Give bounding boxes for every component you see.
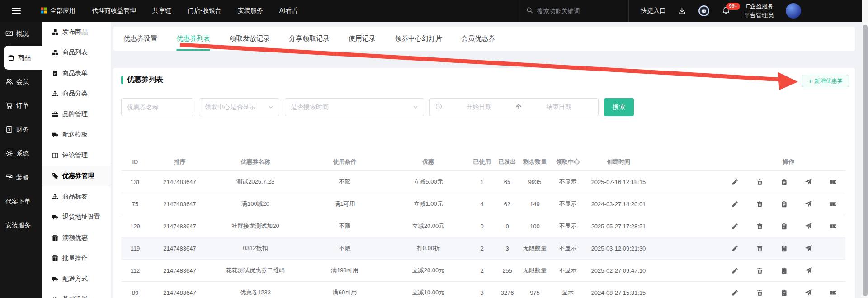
submenu-item-return-address[interactable]: 退货地址设置 <box>42 207 111 228</box>
nav-label: 代理商收益管理 <box>92 7 136 15</box>
edit-icon[interactable] <box>731 267 739 274</box>
edit-icon[interactable] <box>731 178 739 185</box>
nav-ai-tongue[interactable]: AI看舌 <box>279 7 298 15</box>
submenu-item-batch-operation[interactable]: 批量操作 <box>42 248 111 269</box>
search-button[interactable]: 搜索 <box>604 98 634 116</box>
ticket-icon[interactable] <box>829 200 836 208</box>
avatar[interactable] <box>786 3 801 19</box>
delete-icon[interactable] <box>756 222 763 230</box>
submenu-item-goods-form[interactable]: x商品表单 <box>42 63 111 84</box>
copy-record-icon[interactable] <box>780 222 788 230</box>
coupon-name-input[interactable] <box>127 104 188 111</box>
clock-icon <box>435 103 442 111</box>
quick-entry-link[interactable]: 快捷入口 <box>641 7 666 15</box>
sidebar-item-proxy-order[interactable]: 代客下单 <box>0 189 42 213</box>
sidebar-item-members[interactable]: 会员 <box>0 70 42 94</box>
send-icon[interactable] <box>805 200 812 208</box>
cell-created: 2025-07-16 12:18:15 <box>585 179 652 185</box>
tab-member-coupons[interactable]: 会员优惠券 <box>461 27 495 51</box>
send-icon[interactable] <box>805 267 812 274</box>
ticket-icon[interactable] <box>829 289 836 296</box>
notifications-bell-icon[interactable]: 99+ <box>722 6 730 16</box>
submenu-label: 商品列表 <box>62 48 88 57</box>
user-info[interactable]: E企盈服务 平台管理员 <box>744 2 774 20</box>
sidebar-item-finance[interactable]: ¥财务 <box>0 118 42 142</box>
nav-store-cashier[interactable]: 门店-收银台 <box>188 7 222 15</box>
briefcase-icon <box>52 111 58 118</box>
send-icon[interactable] <box>805 289 812 296</box>
ticket-icon[interactable] <box>829 222 836 230</box>
submenu-item-full-discount[interactable]: 满额优惠 <box>42 227 111 248</box>
user-org: E企盈服务 <box>744 2 774 11</box>
edit-icon[interactable] <box>731 222 739 230</box>
edit-icon[interactable] <box>731 200 739 208</box>
page-scrollbar[interactable] <box>862 0 868 298</box>
edit-icon[interactable] <box>731 245 739 252</box>
cell-name: 测试2025.7.23 <box>210 178 301 186</box>
delete-icon[interactable] <box>756 289 763 296</box>
sidebar-item-system[interactable]: 系统 <box>0 142 42 166</box>
sidebar-item-install-service[interactable]: 安装服务 <box>0 213 42 237</box>
cell-condition: 不限 <box>301 178 389 186</box>
select-placeholder: 领取中心是否显示 <box>205 103 255 111</box>
sidebar-item-goods[interactable]: 商品 <box>4 46 42 70</box>
send-icon[interactable] <box>805 245 812 252</box>
sidebar-item-label: 系统 <box>16 150 29 158</box>
search-time-select[interactable]: 是否搜索时间 <box>285 98 424 116</box>
search-input[interactable] <box>537 8 609 14</box>
delete-icon[interactable] <box>756 178 763 185</box>
scrollbar-thumb[interactable] <box>863 25 868 296</box>
edit-icon[interactable] <box>731 289 739 296</box>
delete-icon[interactable] <box>756 267 763 274</box>
date-range-picker[interactable]: 开始日期 至 结束日期 <box>429 98 599 116</box>
copy-record-icon[interactable] <box>780 200 788 208</box>
ticket-icon[interactable] <box>829 178 836 185</box>
cell-id: 89 <box>121 289 149 296</box>
send-icon[interactable] <box>805 178 812 185</box>
download-icon[interactable] <box>678 7 686 15</box>
hamburger-menu-icon[interactable] <box>12 6 21 15</box>
cell-center: 显示 <box>551 289 585 297</box>
tab-claim-issue-records[interactable]: 领取发放记录 <box>229 27 270 51</box>
copy-record-icon[interactable] <box>780 289 788 296</box>
nav-install-service[interactable]: 安装服务 <box>238 7 263 15</box>
delete-icon[interactable] <box>756 245 763 252</box>
cell-discount: 立减20.00元 <box>389 266 468 274</box>
submenu-item-comment-management[interactable]: 评论管理 <box>42 145 111 166</box>
add-coupon-label: 新增优惠券 <box>815 77 843 85</box>
submenu-item-goods-list[interactable]: 商品列表 <box>42 43 111 63</box>
copy-record-icon[interactable] <box>780 178 788 185</box>
copy-record-icon[interactable] <box>780 267 788 274</box>
goods-submenu: 发布商品 商品列表 x商品表单 商品分类 品牌管理 配送模板 评论管理 优惠券管… <box>42 22 111 298</box>
submenu-item-goods-tags[interactable]: 商品标签 <box>42 186 111 207</box>
display-in-center-select[interactable]: 领取中心是否显示 <box>199 98 279 116</box>
nav-share-chain[interactable]: 共享链 <box>152 7 171 15</box>
coupon-list-panel: 优惠券列表 + 新增优惠券 领取中心是否显示 是否搜索时间 开始日期 至 结束日… <box>113 68 855 298</box>
nav-agent-revenue[interactable]: 代理商收益管理 <box>92 7 136 15</box>
cell-actions <box>652 245 845 252</box>
submenu-item-brand-management[interactable]: 品牌管理 <box>42 104 111 125</box>
submenu-item-basic-settings[interactable]: 基础设置 <box>42 289 111 298</box>
submenu-item-delivery-method[interactable]: 配送方式 <box>42 269 111 289</box>
topbar-search[interactable] <box>518 7 628 15</box>
add-coupon-button[interactable]: + 新增优惠券 <box>802 75 849 87</box>
delete-icon[interactable] <box>756 200 763 208</box>
sidebar-item-overview[interactable]: 概况 <box>0 22 42 46</box>
nav-all-apps[interactable]: 全部应用 <box>41 7 75 15</box>
col-header-used: 已使用 <box>468 158 496 166</box>
tab-share-claim-records[interactable]: 分享领取记录 <box>289 27 330 51</box>
submenu-item-delivery-template[interactable]: 配送模板 <box>42 125 111 146</box>
submenu-item-coupon-management[interactable]: 优惠券管理 <box>42 166 111 187</box>
copy-record-icon[interactable] <box>780 245 788 252</box>
tab-usage-records[interactable]: 使用记录 <box>349 27 376 51</box>
submenu-item-goods-category[interactable]: 商品分类 <box>42 84 111 104</box>
submenu-label: 商品标签 <box>62 193 88 201</box>
sidebar-item-decorate[interactable]: 装修 <box>0 166 42 189</box>
tab-coupon-list[interactable]: 优惠券列表 <box>176 27 210 51</box>
send-icon[interactable] <box>805 222 812 230</box>
tab-coupon-settings[interactable]: 优惠券设置 <box>123 27 157 51</box>
sidebar-item-orders[interactable]: 订单 <box>0 94 42 118</box>
ai-assistant-icon[interactable] <box>698 5 710 17</box>
submenu-item-publish-goods[interactable]: 发布商品 <box>42 22 111 43</box>
tab-coupon-center-slides[interactable]: 领券中心幻灯片 <box>395 27 442 51</box>
